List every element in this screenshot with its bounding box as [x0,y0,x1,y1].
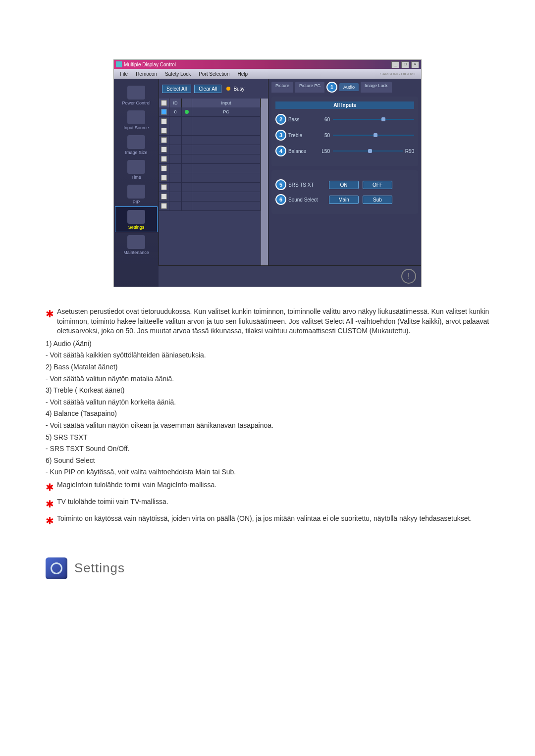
table-row[interactable] [159,192,261,202]
sidebar-item-image-size[interactable]: Image Size [114,132,159,157]
time-icon [127,160,145,174]
maximize-icon[interactable]: □ [401,61,409,68]
row-checkbox[interactable] [161,203,167,209]
table-row[interactable] [159,173,261,183]
sidebar-item-power-control[interactable]: Power Control [114,83,159,107]
row-checkbox[interactable] [161,194,167,200]
treble-slider[interactable] [333,135,414,136]
table-row[interactable] [159,183,261,192]
star-icon: ✱ [46,307,54,336]
slider-value: 60 [315,117,330,122]
header-input: Input [192,99,261,107]
row-checkbox[interactable] [161,118,167,124]
select-all-button[interactable]: Select All [162,85,191,93]
intro-paragraph: Asetusten perustiedot ovat tietoruudukos… [57,307,489,336]
menu-port-selection[interactable]: Port Selection [195,71,233,77]
slider-row: 2Bass60 [275,114,414,125]
option-main-button[interactable]: Main [329,196,359,204]
option-on-button[interactable]: ON [329,181,359,189]
note-row: ✱Toiminto on käytössä vain näytöissä, jo… [46,514,489,528]
row-checkbox[interactable] [161,156,167,162]
balance-slider[interactable] [333,151,403,151]
slider-value: 50 [315,133,330,138]
row-input: PC [192,107,261,116]
minimize-icon[interactable]: _ [391,61,399,68]
list-item-desc: - Kun PIP on käytössä, voit valita vaiht… [46,467,489,477]
header-checkbox[interactable] [161,100,167,106]
section-title: Settings [74,560,125,576]
close-icon[interactable]: × [411,61,419,68]
menu-safety-lock[interactable]: Safety Lock [161,71,195,77]
badge-4: 4 [275,146,286,156]
panel-header: All Inputs [275,101,414,109]
row-checkbox[interactable] [161,128,167,134]
menu-help[interactable]: Help [233,71,252,77]
menu-remocon[interactable]: Remocon [132,71,161,77]
window-controls[interactable]: _ □ × [391,61,419,68]
brand-label: SAMSUNG DIGITall [252,72,419,76]
table-row[interactable] [159,126,261,136]
badge-6: 6 [275,194,286,205]
slider-right-value: R50 [405,149,414,154]
sidebar-item-maintenance[interactable]: Maintenance [114,232,159,257]
table-row[interactable]: 0PC [159,107,261,117]
row-checkbox[interactable] [161,165,167,171]
section-header: Settings [46,557,495,579]
tab-audio[interactable]: Audio [339,83,359,91]
header-id: ID [169,99,182,107]
sidebar: Power Control Input Source Image Size Ti… [114,79,159,287]
slider-row: 4BalanceL50R50 [275,146,414,156]
row-checkbox[interactable] [161,109,167,115]
slider-label: Balance [288,149,315,154]
grid-scrollbar[interactable] [261,99,268,265]
row-checkbox[interactable] [161,137,167,143]
settings-section-icon [46,557,67,579]
slider-left-value: L50 [315,149,330,154]
sidebar-item-pip[interactable]: PIP [114,182,159,206]
list-item-title: 6) Sound Select [46,456,489,466]
busy-label: Busy [233,86,244,92]
row-checkbox[interactable] [161,147,167,152]
settings-icon [127,210,145,224]
bass-slider[interactable] [333,119,414,120]
table-row[interactable] [159,164,261,173]
list-item-title: 3) Treble ( Korkeat äänet) [46,386,489,396]
slider-label: Bass [288,117,315,122]
sidebar-item-input-source[interactable]: Input Source [114,107,159,132]
grid-toolbar: Select All Clear All Busy [159,79,268,99]
clear-all-button[interactable]: Clear All [194,85,221,93]
row-checkbox[interactable] [161,184,167,190]
sidebar-item-settings[interactable]: Settings [115,206,158,232]
star-icon: ✱ [46,514,54,528]
table-row[interactable] [159,202,261,211]
tab-image-lock[interactable]: Image Lock [361,82,392,93]
badge-3: 3 [275,130,286,141]
note-row: ✱TV tulolähde toimii vain TV-mallissa. [46,497,489,511]
status-bar: ! [159,265,421,287]
table-row[interactable] [159,145,261,154]
option-sub-button[interactable]: Sub [363,196,392,204]
list-item-desc: - Voit säätää valitun näytön korkeita ää… [46,398,489,407]
row-checkbox[interactable] [161,175,167,181]
row-id: 0 [169,107,182,116]
table-row[interactable] [159,117,261,126]
status-dot-icon [185,110,189,114]
table-row[interactable] [159,154,261,164]
titlebar: Multiple Display Control _ □ × [114,60,421,69]
tab-picture[interactable]: Picture [271,82,293,93]
list-item-desc: - Voit säätää valitun näytön oikean ja v… [46,421,489,431]
table-row[interactable] [159,136,261,145]
power-icon [127,86,145,100]
note-row: ✱MagicInfoin tulolähde toimii vain Magic… [46,480,489,494]
list-item-title: 1) Audio (Ääni) [46,339,489,349]
tab-picture-pc[interactable]: Picture PC [295,82,324,93]
app-window: Multiple Display Control _ □ × File Remo… [113,59,422,287]
sidebar-item-time[interactable]: Time [114,157,159,182]
option-off-button[interactable]: OFF [363,181,392,189]
image-size-icon [127,135,145,149]
menu-file[interactable]: File [116,71,132,77]
badge-1: 1 [326,82,337,93]
alert-icon: ! [401,269,416,284]
header-status-icon [182,99,192,107]
grid-body: 0PC [159,107,261,265]
